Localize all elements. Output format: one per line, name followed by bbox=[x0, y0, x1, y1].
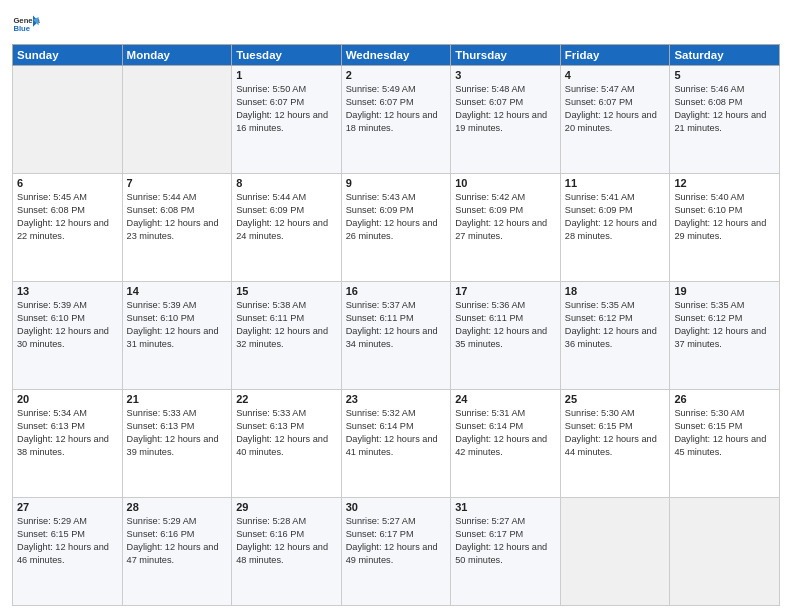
calendar-cell bbox=[122, 66, 232, 174]
day-number: 10 bbox=[455, 177, 556, 189]
day-number: 24 bbox=[455, 393, 556, 405]
day-number: 4 bbox=[565, 69, 666, 81]
day-info: Sunrise: 5:49 AM Sunset: 6:07 PM Dayligh… bbox=[346, 83, 447, 135]
day-number: 5 bbox=[674, 69, 775, 81]
weekday-header-row: SundayMondayTuesdayWednesdayThursdayFrid… bbox=[13, 45, 780, 66]
calendar-cell: 12Sunrise: 5:40 AM Sunset: 6:10 PM Dayli… bbox=[670, 174, 780, 282]
calendar-cell: 31Sunrise: 5:27 AM Sunset: 6:17 PM Dayli… bbox=[451, 498, 561, 606]
day-info: Sunrise: 5:27 AM Sunset: 6:17 PM Dayligh… bbox=[455, 515, 556, 567]
calendar-week-1: 1Sunrise: 5:50 AM Sunset: 6:07 PM Daylig… bbox=[13, 66, 780, 174]
day-info: Sunrise: 5:34 AM Sunset: 6:13 PM Dayligh… bbox=[17, 407, 118, 459]
calendar-week-5: 27Sunrise: 5:29 AM Sunset: 6:15 PM Dayli… bbox=[13, 498, 780, 606]
day-number: 1 bbox=[236, 69, 337, 81]
calendar-cell: 13Sunrise: 5:39 AM Sunset: 6:10 PM Dayli… bbox=[13, 282, 123, 390]
calendar-cell: 15Sunrise: 5:38 AM Sunset: 6:11 PM Dayli… bbox=[232, 282, 342, 390]
page-header: General Blue bbox=[12, 10, 780, 38]
day-number: 21 bbox=[127, 393, 228, 405]
day-number: 9 bbox=[346, 177, 447, 189]
day-number: 22 bbox=[236, 393, 337, 405]
calendar-cell: 23Sunrise: 5:32 AM Sunset: 6:14 PM Dayli… bbox=[341, 390, 451, 498]
svg-text:Blue: Blue bbox=[13, 24, 30, 33]
day-number: 13 bbox=[17, 285, 118, 297]
day-info: Sunrise: 5:38 AM Sunset: 6:11 PM Dayligh… bbox=[236, 299, 337, 351]
calendar-cell: 18Sunrise: 5:35 AM Sunset: 6:12 PM Dayli… bbox=[560, 282, 670, 390]
day-info: Sunrise: 5:41 AM Sunset: 6:09 PM Dayligh… bbox=[565, 191, 666, 243]
calendar-week-3: 13Sunrise: 5:39 AM Sunset: 6:10 PM Dayli… bbox=[13, 282, 780, 390]
calendar-cell: 25Sunrise: 5:30 AM Sunset: 6:15 PM Dayli… bbox=[560, 390, 670, 498]
calendar-cell: 9Sunrise: 5:43 AM Sunset: 6:09 PM Daylig… bbox=[341, 174, 451, 282]
calendar-cell: 11Sunrise: 5:41 AM Sunset: 6:09 PM Dayli… bbox=[560, 174, 670, 282]
calendar-cell: 27Sunrise: 5:29 AM Sunset: 6:15 PM Dayli… bbox=[13, 498, 123, 606]
calendar-cell: 14Sunrise: 5:39 AM Sunset: 6:10 PM Dayli… bbox=[122, 282, 232, 390]
day-info: Sunrise: 5:29 AM Sunset: 6:16 PM Dayligh… bbox=[127, 515, 228, 567]
day-info: Sunrise: 5:37 AM Sunset: 6:11 PM Dayligh… bbox=[346, 299, 447, 351]
day-info: Sunrise: 5:48 AM Sunset: 6:07 PM Dayligh… bbox=[455, 83, 556, 135]
calendar-cell bbox=[13, 66, 123, 174]
day-info: Sunrise: 5:43 AM Sunset: 6:09 PM Dayligh… bbox=[346, 191, 447, 243]
weekday-header-thursday: Thursday bbox=[451, 45, 561, 66]
day-number: 18 bbox=[565, 285, 666, 297]
day-number: 25 bbox=[565, 393, 666, 405]
day-number: 16 bbox=[346, 285, 447, 297]
day-number: 3 bbox=[455, 69, 556, 81]
calendar-cell bbox=[670, 498, 780, 606]
calendar-week-2: 6Sunrise: 5:45 AM Sunset: 6:08 PM Daylig… bbox=[13, 174, 780, 282]
day-info: Sunrise: 5:30 AM Sunset: 6:15 PM Dayligh… bbox=[674, 407, 775, 459]
day-info: Sunrise: 5:33 AM Sunset: 6:13 PM Dayligh… bbox=[236, 407, 337, 459]
calendar-cell: 21Sunrise: 5:33 AM Sunset: 6:13 PM Dayli… bbox=[122, 390, 232, 498]
calendar-week-4: 20Sunrise: 5:34 AM Sunset: 6:13 PM Dayli… bbox=[13, 390, 780, 498]
day-info: Sunrise: 5:27 AM Sunset: 6:17 PM Dayligh… bbox=[346, 515, 447, 567]
calendar-cell: 24Sunrise: 5:31 AM Sunset: 6:14 PM Dayli… bbox=[451, 390, 561, 498]
weekday-header-wednesday: Wednesday bbox=[341, 45, 451, 66]
day-info: Sunrise: 5:46 AM Sunset: 6:08 PM Dayligh… bbox=[674, 83, 775, 135]
logo-icon: General Blue bbox=[12, 10, 40, 38]
calendar-cell: 29Sunrise: 5:28 AM Sunset: 6:16 PM Dayli… bbox=[232, 498, 342, 606]
day-info: Sunrise: 5:45 AM Sunset: 6:08 PM Dayligh… bbox=[17, 191, 118, 243]
day-info: Sunrise: 5:44 AM Sunset: 6:08 PM Dayligh… bbox=[127, 191, 228, 243]
calendar-cell: 26Sunrise: 5:30 AM Sunset: 6:15 PM Dayli… bbox=[670, 390, 780, 498]
day-number: 26 bbox=[674, 393, 775, 405]
day-info: Sunrise: 5:47 AM Sunset: 6:07 PM Dayligh… bbox=[565, 83, 666, 135]
day-info: Sunrise: 5:33 AM Sunset: 6:13 PM Dayligh… bbox=[127, 407, 228, 459]
page-container: General Blue SundayMondayTuesdayWednesda… bbox=[0, 0, 792, 612]
calendar-cell bbox=[560, 498, 670, 606]
calendar-cell: 20Sunrise: 5:34 AM Sunset: 6:13 PM Dayli… bbox=[13, 390, 123, 498]
calendar-cell: 8Sunrise: 5:44 AM Sunset: 6:09 PM Daylig… bbox=[232, 174, 342, 282]
day-info: Sunrise: 5:32 AM Sunset: 6:14 PM Dayligh… bbox=[346, 407, 447, 459]
day-info: Sunrise: 5:30 AM Sunset: 6:15 PM Dayligh… bbox=[565, 407, 666, 459]
calendar-cell: 19Sunrise: 5:35 AM Sunset: 6:12 PM Dayli… bbox=[670, 282, 780, 390]
calendar-cell: 10Sunrise: 5:42 AM Sunset: 6:09 PM Dayli… bbox=[451, 174, 561, 282]
day-number: 28 bbox=[127, 501, 228, 513]
day-info: Sunrise: 5:44 AM Sunset: 6:09 PM Dayligh… bbox=[236, 191, 337, 243]
day-info: Sunrise: 5:29 AM Sunset: 6:15 PM Dayligh… bbox=[17, 515, 118, 567]
calendar-table: SundayMondayTuesdayWednesdayThursdayFrid… bbox=[12, 44, 780, 606]
day-number: 29 bbox=[236, 501, 337, 513]
day-info: Sunrise: 5:50 AM Sunset: 6:07 PM Dayligh… bbox=[236, 83, 337, 135]
day-info: Sunrise: 5:35 AM Sunset: 6:12 PM Dayligh… bbox=[674, 299, 775, 351]
day-info: Sunrise: 5:31 AM Sunset: 6:14 PM Dayligh… bbox=[455, 407, 556, 459]
calendar-cell: 4Sunrise: 5:47 AM Sunset: 6:07 PM Daylig… bbox=[560, 66, 670, 174]
calendar-cell: 2Sunrise: 5:49 AM Sunset: 6:07 PM Daylig… bbox=[341, 66, 451, 174]
calendar-cell: 3Sunrise: 5:48 AM Sunset: 6:07 PM Daylig… bbox=[451, 66, 561, 174]
day-number: 7 bbox=[127, 177, 228, 189]
day-number: 2 bbox=[346, 69, 447, 81]
calendar-cell: 17Sunrise: 5:36 AM Sunset: 6:11 PM Dayli… bbox=[451, 282, 561, 390]
day-number: 17 bbox=[455, 285, 556, 297]
day-number: 14 bbox=[127, 285, 228, 297]
day-number: 27 bbox=[17, 501, 118, 513]
day-number: 6 bbox=[17, 177, 118, 189]
calendar-cell: 7Sunrise: 5:44 AM Sunset: 6:08 PM Daylig… bbox=[122, 174, 232, 282]
weekday-header-monday: Monday bbox=[122, 45, 232, 66]
weekday-header-tuesday: Tuesday bbox=[232, 45, 342, 66]
day-number: 8 bbox=[236, 177, 337, 189]
day-info: Sunrise: 5:39 AM Sunset: 6:10 PM Dayligh… bbox=[17, 299, 118, 351]
weekday-header-sunday: Sunday bbox=[13, 45, 123, 66]
day-number: 30 bbox=[346, 501, 447, 513]
day-info: Sunrise: 5:40 AM Sunset: 6:10 PM Dayligh… bbox=[674, 191, 775, 243]
calendar-cell: 5Sunrise: 5:46 AM Sunset: 6:08 PM Daylig… bbox=[670, 66, 780, 174]
calendar-cell: 22Sunrise: 5:33 AM Sunset: 6:13 PM Dayli… bbox=[232, 390, 342, 498]
day-number: 12 bbox=[674, 177, 775, 189]
calendar-cell: 1Sunrise: 5:50 AM Sunset: 6:07 PM Daylig… bbox=[232, 66, 342, 174]
calendar-cell: 6Sunrise: 5:45 AM Sunset: 6:08 PM Daylig… bbox=[13, 174, 123, 282]
day-info: Sunrise: 5:36 AM Sunset: 6:11 PM Dayligh… bbox=[455, 299, 556, 351]
